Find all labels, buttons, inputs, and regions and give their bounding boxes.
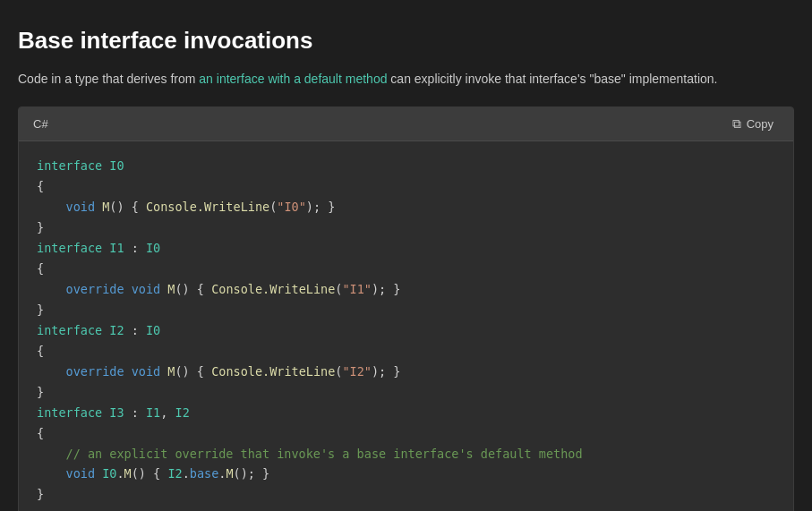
description-end: can explicitly invoke that interface's "… — [387, 72, 717, 86]
code-block-header: C# ⧉ Copy — [19, 107, 793, 141]
copy-button[interactable]: ⧉ Copy — [727, 115, 779, 133]
code-block: C# ⧉ Copy interface I0 { void M() { Cons… — [18, 106, 794, 511]
code-lang-label: C# — [33, 117, 48, 131]
copy-label: Copy — [747, 117, 774, 131]
code-pre: interface I0 { void M() { Console.WriteL… — [37, 156, 775, 505]
description-start: Code in a type that derives from — [18, 72, 199, 86]
page-description: Code in a type that derives from an inte… — [18, 69, 788, 89]
code-block-content: interface I0 { void M() { Console.WriteL… — [19, 141, 793, 511]
description-highlight: an interface with a default method — [199, 72, 387, 86]
page-title: Base interface invocations — [18, 27, 794, 55]
copy-icon: ⧉ — [732, 116, 741, 132]
